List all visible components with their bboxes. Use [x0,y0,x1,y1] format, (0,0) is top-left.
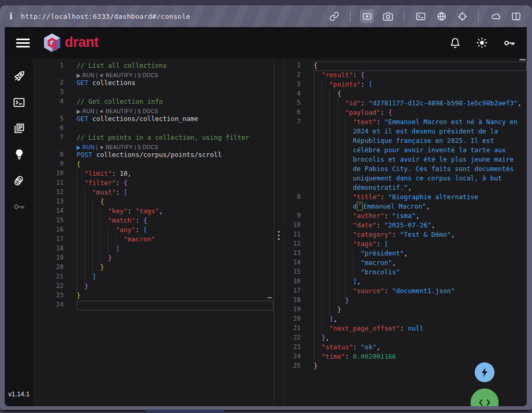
code-line[interactable]: 6"payload": { [284,108,527,118]
line-number: 2 [284,71,314,80]
code-line[interactable]: 8POST collections/corpus/points/scroll [34,151,274,160]
code-line[interactable]: 5"id": "d2781177-d12c-4898-b598-1e5c98b2… [284,99,527,108]
indent-guide [321,315,329,324]
code-line[interactable]: 24 [34,301,274,310]
link-icon[interactable] [327,9,341,23]
code-line[interactable]: 4{ [284,90,527,99]
globe-icon[interactable] [435,9,448,23]
info-icon[interactable]: i [9,11,13,21]
indent-guide [321,324,329,334]
code-line[interactable]: célèbre pour avoir inventé la tarte aux [284,146,527,155]
indent-guide [337,118,345,127]
key-icon[interactable] [503,37,515,49]
url-text[interactable]: http://localhost:6333/dashboard#/console [21,13,190,20]
code-line[interactable]: 11"category": "Test & Démo", [284,230,527,240]
code-line[interactable]: 8"title": "Biographie alternative [284,193,527,202]
split-view-icon[interactable] [509,9,523,23]
code-line[interactable]: 22}, [284,334,527,343]
run-fab-button[interactable] [475,362,494,382]
code-line[interactable]: 23} [34,291,274,301]
sidebar-item-tutorial[interactable] [13,148,26,161]
sidebar-item-api-keys[interactable] [13,200,26,213]
code-line[interactable]: 15"match": { [34,216,274,226]
code-line[interactable]: 1// List all collections [34,62,274,71]
code-line[interactable]: 5GET collections/collection_name [34,115,274,124]
code-line[interactable]: 6 [34,124,274,133]
indent-guide [345,277,353,287]
code-line[interactable]: 18} [284,296,527,306]
code-line[interactable]: 21] [34,273,274,282]
code-text: } [77,291,274,301]
menu-icon[interactable] [16,39,30,47]
code-line[interactable]: 21"next_page_offset": null [284,324,527,334]
code-line[interactable]: République française en 2025. Il est [284,137,527,146]
code-line[interactable]: 10"date": "2025-07-26", [284,221,527,230]
indent-guide [77,207,84,216]
code-line[interactable]: 14"macron", [284,259,527,268]
code-line[interactable]: 12"tags": [ [284,240,527,249]
code-line[interactable]: brocolis et avoir été le plus jeune mair… [284,155,527,165]
sun-icon[interactable] [476,37,488,48]
code-text: } [77,263,274,273]
code-line[interactable]: d’Emmanuel Macron", [284,202,527,212]
codelens-line[interactable]: ▶ RUN | ★ BEAUTIFY | § DOCS [34,107,274,115]
code-line[interactable]: 18] [34,245,274,254]
code-line[interactable]: 22} [34,282,274,291]
request-editor[interactable]: 1// List all collections▶ RUN | ★ BEAUTI… [34,58,274,406]
code-line[interactable]: 11"filter": { [34,179,274,188]
code-line[interactable]: 16"any": [ [34,226,274,235]
codelens-line[interactable]: ▶ RUN | ★ BEAUTIFY | § DOCS [34,143,274,151]
cloud-icon[interactable] [488,9,502,23]
code-line[interactable]: 4// Get collection info [34,98,274,107]
response-viewer[interactable]: 1{2"result": {3"points": [4{5"id": "d278… [284,58,527,406]
camera-icon[interactable] [381,9,394,23]
code-line[interactable]: 7// List points in a collection, using f… [34,133,274,143]
code-line[interactable]: 19} [34,254,274,263]
code-line[interactable]: 1{ [284,62,527,71]
code-line[interactable]: 16], [284,277,527,287]
sidebar-item-console[interactable] [13,96,26,108]
code-line[interactable]: de Pabios City. Ces faits sont documenté… [284,165,527,174]
panel-splitter[interactable] [274,58,284,406]
sidebar-item-datasets[interactable] [13,174,26,187]
code-line[interactable]: 12"must": [ [34,188,274,198]
image-capture-icon[interactable] [360,9,374,23]
code-line[interactable]: 13{ [34,198,274,207]
code-line[interactable]: 2024 et il est devenu président de la [284,127,527,137]
code-line[interactable]: 24"time": 0.002001166 [284,353,527,362]
code-line[interactable]: 23"status": "ok", [284,343,527,353]
code-line[interactable]: 2GET collections [34,79,274,88]
line-number: 22 [34,282,77,291]
code-line[interactable]: 3"points": [ [284,80,527,90]
code-line[interactable]: 2"result": { [284,71,527,80]
codelens-line[interactable]: ▶ RUN | ★ BEAUTIFY | § DOCS [34,71,274,79]
code-line[interactable]: 20} [34,263,274,273]
code-line[interactable]: 7"text": "Emmanuel Macron est né à Nancy… [284,118,527,127]
bell-icon[interactable] [450,38,461,48]
qdrant-logo[interactable]: drant [43,33,98,53]
splitter-grip-icon [278,231,280,240]
code-line[interactable]: 20], [284,315,527,324]
code-line[interactable]: 3 [34,88,274,98]
code-line[interactable]: 9"author": "isma", [284,212,527,221]
code-line[interactable]: 9{ [34,160,274,169]
indent-guide [314,277,321,287]
code-line[interactable]: 14"key": "tags", [34,207,274,216]
sidebar-item-collections[interactable] [13,122,26,135]
code-line[interactable]: 19} [284,306,527,315]
sidebar-item-welcome[interactable] [13,70,26,82]
code-line[interactable]: 17"source": "document1.json" [284,287,527,296]
indent-guide [84,254,92,263]
code-line[interactable]: 13"président", [284,249,527,259]
code-text: "tags": [ [314,240,527,249]
code-line[interactable]: démonstratif.", [284,184,527,193]
code-line[interactable]: 17"macron" [34,235,274,245]
indent-guide [337,287,345,296]
terminal-icon[interactable] [414,9,427,23]
code-line[interactable]: 10"limit": 10, [34,169,274,179]
crosshair-icon[interactable] [455,9,469,23]
code-line[interactable]: 15"brocolis" [284,268,527,277]
code-text: "match": { [77,216,274,226]
code-line[interactable]: uniquement dans ce corpus local, à but [284,174,527,184]
code-text: "time": 0.002001166 [314,353,527,362]
